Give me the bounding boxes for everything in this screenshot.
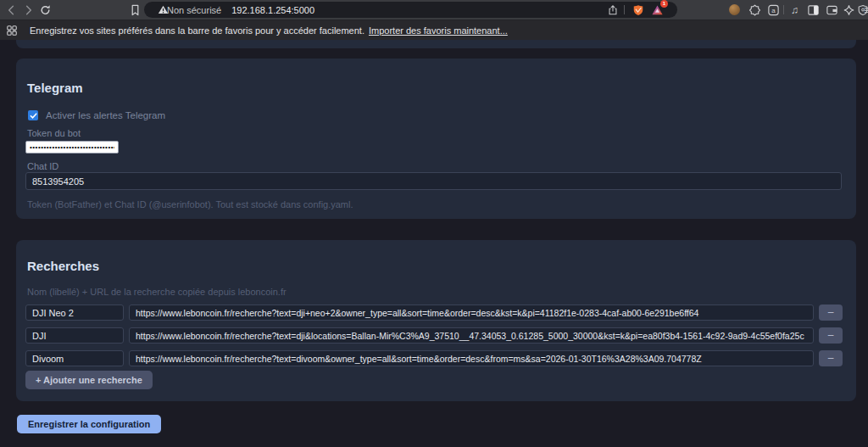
divider (783, 5, 784, 14)
chat-id-label: Chat ID (27, 161, 58, 171)
security-label[interactable]: Non sécurisé (167, 5, 221, 15)
url-text[interactable]: 192.168.1.254:5000 (231, 5, 314, 15)
reload-icon[interactable] (39, 3, 52, 16)
favorites-bar: Enregistrez vos sites préférés dans la b… (0, 20, 868, 40)
search-url-input[interactable] (129, 327, 814, 344)
divider (624, 5, 625, 14)
telegram-enable-checkbox[interactable] (28, 110, 38, 120)
search-row: – (16, 305, 856, 321)
chat-id-input[interactable] (25, 172, 842, 190)
search-label-input[interactable] (25, 305, 124, 321)
wallet-icon[interactable] (826, 3, 838, 16)
share-icon[interactable] (607, 4, 619, 16)
token-label: Token du bot (27, 128, 81, 138)
forward-icon[interactable] (22, 3, 35, 16)
sparkle-icon[interactable] (843, 3, 855, 16)
telegram-card: Telegram Activer les alertes Telegram To… (16, 59, 856, 219)
search-url-input[interactable] (129, 350, 814, 366)
menu-icon[interactable]: ≡ (864, 4, 868, 16)
notification-badge: 1 (660, 0, 668, 8)
search-label-input[interactable] (25, 327, 124, 344)
telegram-title: Telegram (27, 81, 83, 95)
telegram-enable-label: Activer les alertes Telegram (46, 110, 165, 120)
token-input[interactable] (25, 141, 119, 154)
bookmark-icon[interactable] (129, 3, 142, 16)
recherches-card: Recherches Nom (libellé) + URL de la rec… (16, 240, 856, 401)
save-configuration-button[interactable]: Enregistrer la configuration (17, 415, 161, 433)
profile-avatar[interactable] (729, 4, 740, 15)
remove-search-button[interactable]: – (819, 327, 843, 344)
previous-card-bottom (16, 40, 856, 48)
remove-search-button[interactable]: – (819, 350, 843, 366)
search-row: – (16, 327, 856, 344)
favorites-message: Enregistrez vos sites préférés dans la b… (30, 25, 364, 36)
import-favorites-link[interactable]: Importer des favoris maintenant... (369, 25, 508, 36)
not-secure-warning-icon[interactable] (151, 4, 169, 15)
page-content: Telegram Activer les alertes Telegram To… (0, 40, 868, 447)
add-search-button[interactable]: + Ajouter une recherche (25, 371, 153, 389)
media-music-icon[interactable]: ♫ (791, 4, 798, 16)
search-row: – (16, 350, 856, 366)
svg-text:a: a (771, 7, 776, 14)
address-bar[interactable]: Non sécurisé 192.168.1.254:5000 1 (144, 2, 677, 18)
recherches-title: Recherches (27, 259, 99, 273)
apps-grid-icon[interactable] (6, 25, 18, 36)
remove-search-button[interactable]: – (819, 305, 843, 321)
browser-toolbar: Non sécurisé 192.168.1.254:5000 1 a ♫ (0, 0, 868, 20)
telegram-hint: Token (BotFather) et Chat ID (@userinfob… (27, 199, 353, 210)
back-icon[interactable] (5, 3, 18, 16)
reader-a-icon[interactable]: a (767, 3, 780, 16)
recherches-hint: Nom (libellé) + URL de la recherche copi… (27, 287, 287, 297)
search-label-input[interactable] (25, 350, 124, 366)
search-url-input[interactable] (129, 305, 814, 321)
telegram-enable-row: Activer les alertes Telegram (28, 110, 165, 120)
rewards-seal-icon[interactable] (748, 3, 761, 16)
adblock-shield-icon[interactable] (632, 4, 644, 16)
sidebar-toggle-icon[interactable] (807, 3, 820, 16)
